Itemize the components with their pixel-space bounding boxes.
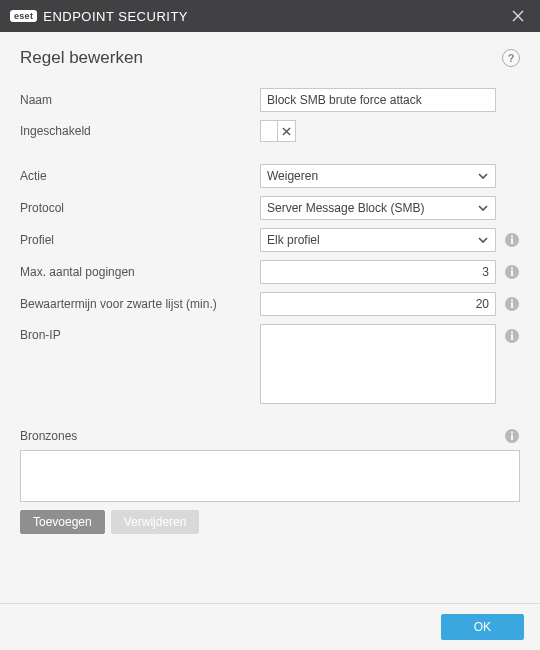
label-enabled: Ingeschakeld: [20, 124, 260, 138]
form: Naam Ingeschakeld Actie Weigeren: [0, 88, 540, 534]
close-icon[interactable]: [506, 4, 530, 28]
label-source-zones: Bronzones: [20, 429, 504, 443]
row-source-ip: Bron-IP: [20, 324, 520, 404]
info-icon[interactable]: [504, 296, 520, 312]
info-icon[interactable]: [504, 264, 520, 280]
protocol-select[interactable]: Server Message Block (SMB): [260, 196, 496, 220]
titlebar: eset ENDPOINT SECURITY: [0, 0, 540, 32]
action-value: Weigeren: [267, 169, 318, 183]
name-input[interactable]: [260, 88, 496, 112]
dialog-header: Regel bewerken ?: [0, 32, 540, 88]
svg-rect-2: [511, 236, 513, 238]
enabled-toggle[interactable]: [260, 120, 296, 142]
svg-rect-4: [511, 271, 513, 277]
label-action: Actie: [20, 169, 260, 183]
profile-value: Elk profiel: [267, 233, 320, 247]
row-max-attempts: Max. aantal pogingen: [20, 260, 520, 284]
source-ip-textarea[interactable]: [260, 324, 496, 404]
chevron-down-icon: [477, 202, 489, 214]
svg-rect-8: [511, 300, 513, 302]
info-icon[interactable]: [504, 328, 520, 344]
toggle-x-icon: [277, 121, 295, 141]
chevron-down-icon: [477, 170, 489, 182]
svg-rect-14: [511, 432, 513, 434]
chevron-down-icon: [477, 234, 489, 246]
ok-button[interactable]: OK: [441, 614, 524, 640]
svg-rect-13: [511, 435, 513, 441]
dialog-footer: OK: [0, 603, 540, 650]
brand-badge: eset: [10, 10, 37, 23]
zone-buttons: Toevoegen Verwijderen: [20, 510, 520, 534]
product-name: ENDPOINT SECURITY: [43, 9, 188, 24]
svg-rect-7: [511, 303, 513, 309]
row-enabled: Ingeschakeld: [20, 120, 520, 142]
svg-rect-11: [511, 332, 513, 334]
blacklist-ttl-input[interactable]: [260, 292, 496, 316]
label-source-ip: Bron-IP: [20, 324, 260, 342]
svg-rect-5: [511, 268, 513, 270]
protocol-value: Server Message Block (SMB): [267, 201, 424, 215]
info-icon[interactable]: [504, 428, 520, 444]
page-title: Regel bewerken: [20, 48, 502, 68]
max-attempts-input[interactable]: [260, 260, 496, 284]
row-blacklist-ttl: Bewaartermijn voor zwarte lijst (min.): [20, 292, 520, 316]
row-protocol: Protocol Server Message Block (SMB): [20, 196, 520, 220]
svg-rect-10: [511, 335, 513, 341]
svg-rect-1: [511, 239, 513, 245]
add-button[interactable]: Toevoegen: [20, 510, 105, 534]
label-max-attempts: Max. aantal pogingen: [20, 265, 260, 279]
row-source-zones-label: Bronzones: [20, 428, 520, 444]
label-protocol: Protocol: [20, 201, 260, 215]
row-profile: Profiel Elk profiel: [20, 228, 520, 252]
source-zones-list[interactable]: [20, 450, 520, 502]
label-blacklist-ttl: Bewaartermijn voor zwarte lijst (min.): [20, 297, 260, 311]
label-profile: Profiel: [20, 233, 260, 247]
row-action: Actie Weigeren: [20, 164, 520, 188]
label-name: Naam: [20, 93, 260, 107]
row-name: Naam: [20, 88, 520, 112]
profile-select[interactable]: Elk profiel: [260, 228, 496, 252]
help-icon[interactable]: ?: [502, 49, 520, 67]
info-icon[interactable]: [504, 232, 520, 248]
remove-button: Verwijderen: [111, 510, 200, 534]
action-select[interactable]: Weigeren: [260, 164, 496, 188]
